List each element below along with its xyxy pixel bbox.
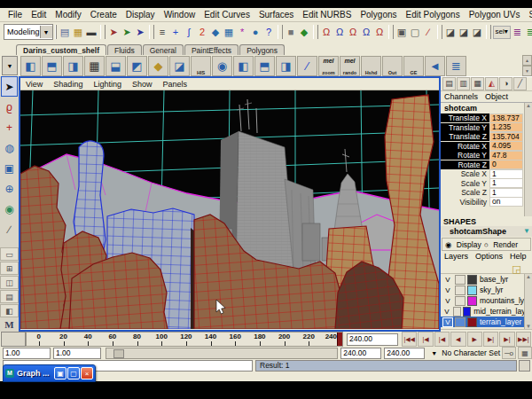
move-tool[interactable]: + (1, 117, 18, 137)
mask-rendering-icon[interactable]: * (236, 25, 249, 40)
shelf-poly-select-icon[interactable]: ◨ (63, 56, 83, 76)
layer-menu-item[interactable]: Help (506, 252, 530, 261)
lock-selection-icon[interactable]: ■ (285, 25, 298, 40)
layer-menu-item[interactable]: Layers (441, 252, 472, 261)
layer-visibility-toggle[interactable]: V (442, 275, 453, 285)
layer-list-scrollbar[interactable]: ▲▼ (524, 274, 532, 329)
animation-end-field[interactable]: 240.00 (384, 348, 425, 359)
menu-item[interactable]: File (4, 10, 27, 20)
shelf-mel-ge-button[interactable]: GE (403, 56, 424, 76)
viewport-menu-item[interactable]: View (20, 80, 48, 89)
mask-deformations-icon[interactable]: ◆ (209, 25, 223, 40)
maximize-button[interactable]: ▢ (67, 367, 80, 379)
shelf-tab[interactable]: Fluids (107, 44, 142, 55)
shelf-poly-split-icon[interactable]: ◩ (127, 56, 147, 76)
rotate-tool[interactable]: ◍ (1, 137, 18, 158)
playback-end-field[interactable]: 240.00 (340, 348, 381, 359)
range-thumb[interactable] (113, 349, 124, 358)
play-forwards-button[interactable]: ▶ (467, 332, 482, 347)
channel-value-field[interactable]: 1 (489, 188, 523, 198)
render-current-frame-icon[interactable]: ◪ (444, 25, 458, 40)
menu-set-selector[interactable]: Modeling ▼ (4, 24, 53, 40)
shelf-scroll-down-icon[interactable]: ▼ (522, 66, 532, 76)
viewport-menu-item[interactable]: Shading (48, 80, 88, 89)
graph-editor-minimized-window[interactable]: M Graph ... ▣ ▢ × (3, 364, 96, 382)
menu-item[interactable]: Create (86, 10, 121, 20)
separator[interactable] (149, 25, 154, 39)
viewport-menu-item[interactable]: Lighting (88, 80, 127, 89)
slider-icon[interactable]: ╱ (513, 77, 527, 90)
viewport-canvas[interactable] (20, 90, 439, 329)
select-component-icon[interactable]: ➤ (134, 25, 147, 40)
step-forward-frame-button[interactable]: ▶| (499, 332, 514, 347)
layer-color-swatch[interactable] (467, 296, 477, 306)
shape-node-name[interactable]: shotcamShape ▼ (441, 226, 532, 237)
channel-row[interactable]: Visibility on (441, 198, 532, 207)
layer-row[interactable]: V base_lyr (441, 274, 532, 285)
separator[interactable] (278, 25, 283, 39)
separator[interactable] (486, 25, 491, 39)
shelf-poly-extrude-icon[interactable]: ◪ (169, 56, 190, 76)
channel-value-field[interactable]: 47.8 (489, 151, 523, 160)
mask-surfaces-icon[interactable]: 2 (196, 25, 209, 40)
output-connections-icon[interactable]: ▢ (409, 25, 422, 40)
channel-row[interactable]: Rotate Z 0 (441, 160, 532, 170)
menu-item[interactable]: Window (160, 10, 200, 20)
channel-value-field[interactable]: 0 (489, 160, 523, 169)
auto-key-icon[interactable]: ─o (502, 347, 516, 359)
viewport-menu-item[interactable]: Show (127, 80, 158, 89)
shelf-poly-crown-icon[interactable]: ◆ (148, 56, 168, 76)
input-connections-icon[interactable]: ▣ (395, 25, 409, 40)
menu-item[interactable]: Edit NURBS (298, 10, 356, 20)
open-scene-icon[interactable]: ▦ (72, 25, 85, 40)
animation-start-field[interactable]: 1.00 (3, 348, 51, 359)
shelf-tab[interactable]: General (143, 44, 184, 55)
shelf-poly-flip-icon[interactable]: ◧ (233, 56, 254, 76)
channel-value-field[interactable]: 135.704 (489, 132, 523, 142)
chevron-down-icon[interactable]: ▼ (40, 26, 52, 38)
layer-name[interactable]: mountains_lyr (480, 296, 527, 305)
layout-outliner-button[interactable]: ▤ (0, 290, 19, 303)
panel-toggle-icon-1[interactable]: ▤ (442, 77, 456, 90)
channel-value-field[interactable]: 1 (489, 178, 523, 188)
shelf-poly-plane-icon[interactable]: ◧ (20, 56, 41, 76)
channel-box-scrollbar[interactable]: ▲ (524, 103, 532, 216)
channel-value-field[interactable]: 1 (489, 169, 523, 179)
menu-item[interactable]: Surfaces (254, 10, 298, 20)
chevron-down-icon[interactable]: ▼ (523, 227, 530, 235)
snap-view-icon[interactable]: Ω (360, 25, 373, 40)
layer-visibility-toggle[interactable]: V (442, 296, 453, 306)
lasso-tool[interactable]: ϱ (1, 97, 18, 117)
character-set-label[interactable]: No Character Set (442, 348, 500, 357)
shelf-mel-hshd-button[interactable]: Hshd (361, 56, 381, 76)
layout-four-pane-button[interactable]: ⊞ (0, 262, 19, 275)
layer-menu-item[interactable]: Options (472, 252, 506, 261)
separator[interactable] (100, 25, 106, 39)
sel-preset-button[interactable]: sel▾ (493, 26, 511, 39)
channel-row[interactable]: Scale Z 1 (441, 188, 532, 198)
manipulator-tool[interactable]: ⊕ (1, 178, 18, 199)
layer-type-box[interactable] (455, 286, 466, 295)
select-object-icon[interactable]: ➤ (121, 25, 134, 40)
close-button[interactable]: × (81, 367, 93, 379)
channel-row[interactable]: Rotate Y 47.8 (441, 151, 532, 160)
highlight-selection-icon[interactable]: ◆ (298, 25, 311, 40)
channel-value-field[interactable]: on (489, 197, 523, 207)
go-to-end-button[interactable]: ▶▶| (516, 332, 531, 347)
construction-history-icon[interactable]: ∕ (422, 25, 435, 40)
layout-two-pane-button[interactable]: ◫ (0, 276, 19, 289)
layer-visibility-toggle[interactable]: V (442, 307, 451, 317)
soft-mod-tool[interactable]: ◉ (1, 199, 18, 219)
last-tool[interactable]: ∕ (1, 219, 18, 239)
ipr-render-icon[interactable]: ◪ (458, 25, 471, 40)
select-hierarchy-icon[interactable]: ➤ (107, 25, 121, 40)
menu-item[interactable]: Polygon UVs (465, 10, 525, 20)
layer-row[interactable]: V mid_terrain_layer (441, 306, 532, 317)
layer-color-swatch[interactable] (467, 286, 477, 295)
menu-item[interactable]: Display (121, 10, 160, 20)
layer-row[interactable]: V sky_lyr (441, 285, 532, 295)
step-forward-key-button[interactable]: ▶| (483, 332, 498, 347)
separator[interactable] (437, 25, 442, 39)
shelf-poly-arrow-icon[interactable]: ◨ (276, 56, 296, 76)
layer-name[interactable]: sky_lyr (480, 286, 503, 294)
